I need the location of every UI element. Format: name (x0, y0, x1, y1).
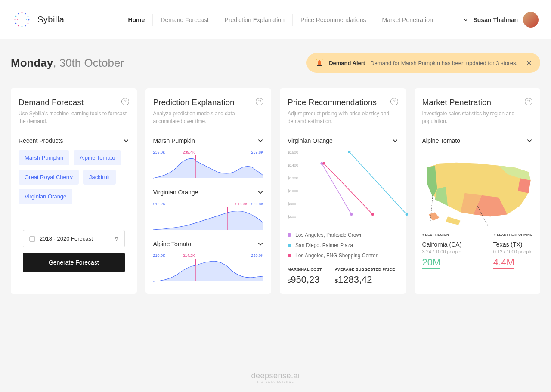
chip-marsh-pumpkin[interactable]: Marsh Pumpkin (19, 150, 69, 165)
svg-point-2 (28, 15, 29, 17)
svg-point-18 (17, 19, 18, 20)
pred-item-name: Virginian Orange (153, 189, 198, 196)
pred-item-name: Alpine Tomato (153, 241, 191, 247)
price-legend: Los Angeles, Parkside Crown San Diego, P… (288, 232, 398, 259)
card-desc: Investigate sales statistics by region a… (422, 110, 533, 125)
svg-point-10 (15, 15, 17, 17)
calendar-icon (29, 236, 35, 242)
chevron-down-icon[interactable] (526, 138, 532, 144)
mini-chart-virginian-orange: 212.2K216.3K220.8K (153, 202, 264, 233)
chevron-down-icon[interactable] (257, 241, 263, 247)
mini-chart-alpine-tomato: 210.0K214.2K220.0K (153, 253, 264, 284)
svg-rect-22 (317, 65, 322, 66)
svg-line-28 (322, 164, 351, 214)
footer-brand: deepsense.ai BIG DATA SCIENCE (11, 371, 540, 383)
mini-chart-marsh-pumpkin: 239.0K239.4K239.8K (153, 150, 264, 181)
svg-point-21 (319, 60, 320, 62)
user-menu[interactable]: Susan Thalman (463, 12, 539, 28)
best-region-name: California (CA) (422, 241, 462, 248)
nav-prediction-explanation[interactable]: Prediction Explanation (217, 14, 293, 26)
price-chart: $1600 $1400 $1200 $1000 $800 $600 (288, 150, 398, 228)
svg-point-36 (371, 213, 374, 216)
alert-close-button[interactable]: ✕ (526, 59, 532, 67)
svg-point-6 (22, 26, 23, 27)
svg-point-11 (18, 13, 19, 14)
chevron-down-icon[interactable] (257, 189, 263, 195)
logo[interactable]: Sybilla (12, 10, 64, 29)
worst-region-name: Texas (TX) (493, 241, 532, 248)
market-product: Alpine Tomato (422, 137, 460, 144)
chevron-down-icon[interactable] (123, 138, 129, 144)
card-desc: Use Sybilla's machine learning tools to … (19, 110, 129, 125)
generate-forecast-button[interactable]: Generate Forecast (23, 253, 125, 272)
main-nav: Home Demand Forecast Prediction Explanat… (120, 14, 440, 26)
svg-point-15 (25, 22, 25, 23)
svg-point-12 (22, 15, 22, 16)
nav-market-penetration[interactable]: Market Penetration (374, 14, 440, 26)
avg-price-value: $1283,42 (335, 274, 395, 285)
card-price-recommendations: ? Price Recommendations Adjust product p… (280, 88, 406, 294)
page-date: Monday, 30th October (11, 56, 124, 70)
svg-point-13 (25, 16, 25, 17)
best-region-sub: 3.24 / 1000 people (422, 249, 462, 254)
svg-point-16 (22, 24, 22, 25)
price-product: Virginian Orange (288, 137, 333, 144)
card-desc: Adjust product pricing with price elasti… (288, 110, 398, 125)
chip-great-royal-cherry[interactable]: Great Royal Cherry (19, 170, 79, 185)
product-chips: Marsh Pumpkin Alpine Tomato Great Royal … (19, 150, 129, 204)
us-map (422, 150, 533, 228)
recent-products-label: Recent Products (19, 137, 63, 144)
svg-point-3 (28, 19, 30, 20)
svg-point-9 (15, 19, 16, 20)
nav-demand-forecast[interactable]: Demand Forecast (153, 14, 217, 26)
svg-point-17 (19, 22, 19, 23)
avatar (523, 12, 539, 28)
card-title: Price Recommendations (288, 98, 398, 107)
best-region-stat: 20M (422, 257, 441, 269)
chip-jackfruit[interactable]: Jackfruit (83, 170, 116, 185)
alert-text: Demand for Marsh Pumpkin has been update… (370, 60, 517, 66)
avg-price-label: AVERAGE SUGGESTED PRICE (335, 267, 395, 272)
forecast-range-select[interactable]: 2018 - 2020 Forecast ▽ (23, 230, 125, 247)
user-name: Susan Thalman (474, 16, 518, 23)
svg-point-1 (25, 13, 26, 14)
card-prediction-explanation: ? Prediction Explanation Analyze predict… (145, 88, 272, 294)
svg-point-32 (348, 151, 350, 153)
marginal-cost-value: $950,23 (288, 274, 322, 285)
svg-point-4 (28, 22, 29, 24)
nav-price-recommendations[interactable]: Price Recommendations (293, 14, 375, 26)
pred-item-name: Marsh Pumpkin (153, 137, 195, 144)
help-icon[interactable]: ? (390, 98, 398, 105)
card-title: Demand Forecast (19, 98, 129, 107)
logo-icon (12, 10, 31, 29)
help-icon[interactable]: ? (121, 98, 129, 105)
worst-region-label: LEAST PERFORMING (494, 233, 532, 237)
svg-point-14 (26, 19, 27, 20)
card-title: Prediction Explanation (153, 98, 264, 107)
svg-point-35 (322, 162, 325, 165)
best-region-label: BEST REGION (422, 233, 449, 237)
card-desc: Analyze prediction models and data accum… (153, 110, 264, 125)
chip-virginian-orange[interactable]: Virginian Orange (19, 189, 72, 204)
marginal-cost-label: MARGINAL COST (288, 267, 322, 272)
alert-icon (315, 59, 324, 67)
svg-line-34 (324, 164, 372, 214)
svg-line-37 (430, 193, 433, 226)
chip-alpine-tomato[interactable]: Alpine Tomato (74, 150, 121, 165)
help-icon[interactable]: ? (525, 98, 532, 105)
chevron-down-icon[interactable] (257, 138, 263, 144)
card-demand-forecast: ? Demand Forecast Use Sybilla's machine … (11, 88, 137, 294)
svg-point-30 (350, 213, 353, 216)
chevron-down-icon[interactable] (392, 138, 398, 144)
alert-title: Demand Alert (329, 60, 365, 66)
nav-home[interactable]: Home (120, 14, 153, 26)
svg-rect-20 (318, 61, 321, 65)
chevron-down-icon (463, 17, 468, 22)
card-market-penetration: ? Market Penetration Investigate sales s… (415, 88, 541, 294)
svg-point-0 (22, 12, 23, 13)
help-icon[interactable]: ? (256, 98, 263, 105)
svg-point-8 (15, 22, 17, 24)
svg-rect-23 (30, 237, 35, 241)
demand-alert: Demand Alert Demand for Marsh Pumpkin ha… (306, 53, 540, 73)
worst-region-sub: 0.12 / 1000 people (493, 249, 532, 254)
